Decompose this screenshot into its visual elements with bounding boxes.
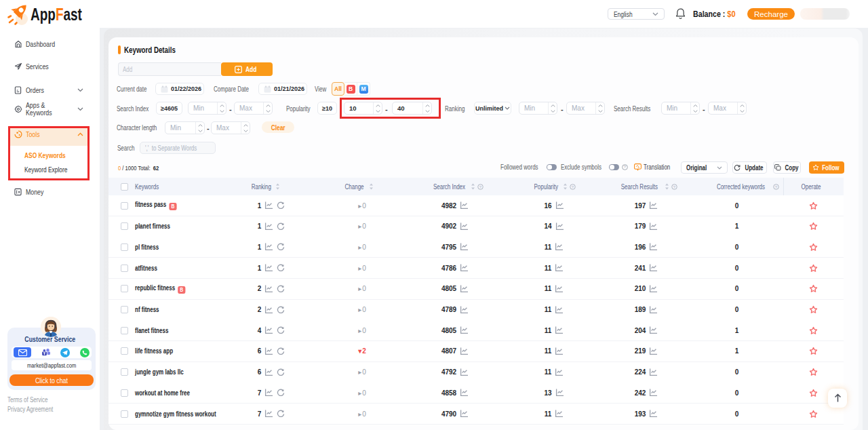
svg-text:?: ? [624,165,627,169]
svg-text:?: ? [479,184,482,189]
svg-text:?: ? [572,184,574,189]
svg-text:?: ? [775,184,778,189]
svg-text:?: ? [673,184,676,189]
